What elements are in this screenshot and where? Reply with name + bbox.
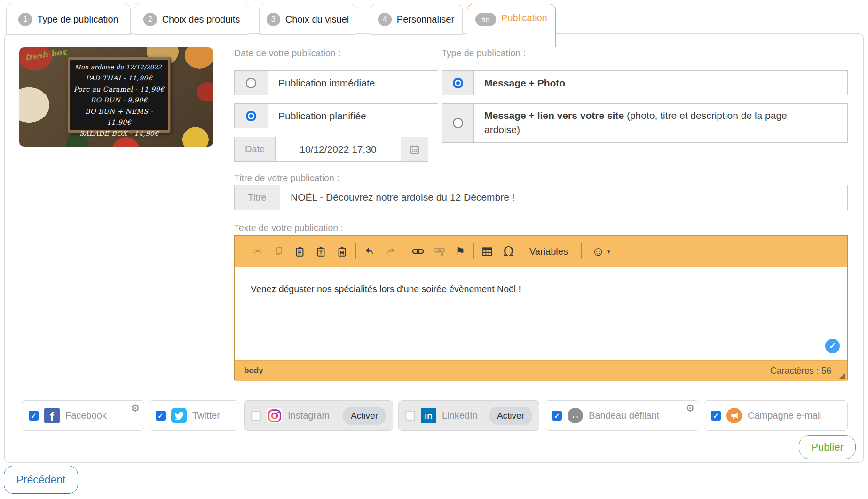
publication-wizard: 1 Type de publication 2 Choix des produi…	[0, 0, 868, 499]
menu-line: Porc au Caramel - 11,90€	[73, 84, 165, 95]
option-label[interactable]: Message + lien vers votre site (photo, t…	[474, 104, 804, 142]
publish-button[interactable]: Publier	[799, 435, 856, 459]
title-section-label: Titre de votre publication :	[234, 173, 339, 184]
title-field-group: Titre	[234, 185, 848, 210]
text-section-label: Texte de votre publication :	[234, 223, 343, 234]
option-label[interactable]: Publication immédiate	[268, 71, 375, 95]
special-character-icon[interactable]: Ω	[498, 242, 519, 261]
option-label[interactable]: Message + Photo	[474, 71, 565, 95]
tab-type-de-publication[interactable]: 1 Type de publication	[6, 4, 131, 35]
menu-line: BO BUN - 9,90€	[73, 95, 165, 106]
element-path[interactable]: body	[244, 366, 263, 375]
channel-label: Facebook	[65, 410, 107, 421]
instagram-activate-button[interactable]: Activer	[343, 407, 386, 425]
scrolling-banner-icon: ↔	[568, 408, 583, 423]
facebook-settings-gear-icon[interactable]: ⚙	[131, 403, 140, 413]
tab-choix-du-visuel[interactable]: 3 Choix du visuel	[259, 4, 356, 35]
menu-line: SALADE BOX - 14,90€	[73, 128, 165, 140]
radio-message-lien[interactable]	[453, 118, 463, 128]
option-publication-planifiee: Publication planifiée	[234, 103, 438, 128]
date-section-label: Date de votre publication :	[234, 48, 341, 59]
channel-twitter: ✓ Twitter	[149, 400, 238, 431]
channel-bandeau-defilant: ✓ ↔ Bandeau défilant ⚙	[545, 400, 699, 431]
toolbar-separator	[404, 243, 404, 259]
unlink-icon[interactable]	[428, 242, 450, 261]
redo-icon[interactable]	[380, 242, 401, 261]
menu-line: PAD THAI - 11,90€	[73, 73, 165, 84]
editor-toolbar: ✂	[235, 236, 847, 267]
toolbar-separator	[581, 243, 582, 259]
editor-content[interactable]: Venez déguster nos spécialités lors d'un…	[235, 267, 847, 360]
instagram-checkbox[interactable]	[251, 411, 261, 421]
channel-campagne-email: ✓ Campagne e-mail	[704, 400, 848, 431]
type-section-label: Type de publication :	[442, 48, 526, 59]
cut-icon[interactable]: ✂	[247, 242, 268, 261]
link-icon[interactable]	[407, 242, 428, 261]
paste-text-icon[interactable]	[310, 242, 331, 261]
linkedin-activate-button[interactable]: Activer	[489, 407, 532, 425]
validation-check-icon: ✓	[825, 339, 840, 353]
radio-addon	[235, 104, 268, 128]
tab-label: Choix du visuel	[285, 14, 349, 25]
tab-label: Type de publication	[37, 14, 118, 25]
radio-message-photo[interactable]	[453, 78, 463, 88]
tab-personnaliser[interactable]: 4 Personnaliser	[370, 4, 463, 35]
facebook-icon: f	[44, 408, 60, 423]
instagram-icon	[267, 408, 282, 423]
anchor-flag-icon[interactable]: ⚑	[450, 242, 471, 261]
twitter-checkbox[interactable]: ✓	[156, 411, 166, 421]
twitter-icon	[171, 408, 187, 423]
title-input[interactable]	[280, 185, 847, 210]
paste-word-icon[interactable]	[331, 242, 353, 261]
publication-visual-preview: fresh box Mon ardoise du 12/12/2022 PAD …	[19, 47, 213, 147]
tab-label: Publication	[501, 13, 547, 23]
variables-button[interactable]: Variables	[519, 246, 578, 257]
channel-label: Campagne e-mail	[748, 410, 822, 421]
channel-instagram: Instagram Activer	[244, 400, 393, 431]
tab-step-badge: 1	[18, 13, 32, 26]
freshbox-logo: fresh box	[24, 48, 66, 61]
option-publication-immediate: Publication immédiate	[234, 70, 438, 95]
tab-step-badge: 4	[378, 13, 392, 26]
radio-addon	[235, 71, 268, 95]
chevron-down-icon: ▾	[607, 248, 610, 255]
radio-addon	[442, 71, 474, 95]
radio-publication-immediate[interactable]	[246, 78, 256, 88]
date-input[interactable]	[276, 137, 401, 161]
title-field-addon: Titre	[235, 185, 280, 210]
tab-step-badge: 2	[143, 13, 157, 26]
channel-linkedin: in LinkedIn Activer	[398, 400, 539, 431]
copy-icon[interactable]	[268, 242, 289, 261]
date-field-addon: Date	[235, 137, 276, 161]
resize-handle-icon[interactable]	[839, 373, 845, 379]
calendar-icon	[410, 144, 420, 155]
undo-icon[interactable]	[359, 242, 380, 261]
tab-publication-active[interactable]: fin Publication	[467, 4, 556, 47]
radio-addon	[442, 104, 474, 142]
smiley-dropdown[interactable]: ☺ ▾	[584, 242, 617, 261]
board-title: Mon ardoise du 12/12/2022	[75, 63, 165, 70]
character-count: Caractères : 56	[770, 366, 838, 376]
linkedin-icon: in	[421, 408, 436, 423]
tab-choix-des-produits[interactable]: 2 Choix des produits	[134, 4, 249, 35]
table-icon[interactable]	[477, 242, 498, 261]
email-campaign-megaphone-icon	[726, 408, 742, 423]
channel-facebook: ✓ f Facebook ⚙	[22, 400, 144, 431]
channel-label: Twitter	[192, 410, 220, 421]
paste-icon[interactable]	[289, 242, 310, 261]
chalkboard: Mon ardoise du 12/12/2022 PAD THAI - 11,…	[68, 57, 170, 133]
calendar-addon[interactable]	[401, 137, 428, 161]
channel-label: Bandeau défilant	[589, 410, 659, 421]
bandeau-settings-gear-icon[interactable]: ⚙	[686, 403, 694, 413]
bandeau-checkbox[interactable]: ✓	[552, 411, 562, 421]
editor-status-bar: body Caractères : 56	[235, 360, 847, 381]
radio-publication-planifiee[interactable]	[246, 111, 256, 121]
facebook-checkbox[interactable]: ✓	[29, 411, 39, 421]
channel-label: Instagram	[288, 410, 330, 421]
previous-button[interactable]: Précédent	[4, 466, 78, 494]
option-message-photo: Message + Photo	[442, 70, 848, 95]
campagne-checkbox[interactable]: ✓	[711, 411, 721, 421]
publication-panel: fresh box Mon ardoise du 12/12/2022 PAD …	[4, 33, 864, 463]
option-label[interactable]: Publication planifiée	[268, 104, 366, 128]
linkedin-checkbox[interactable]	[405, 411, 415, 421]
